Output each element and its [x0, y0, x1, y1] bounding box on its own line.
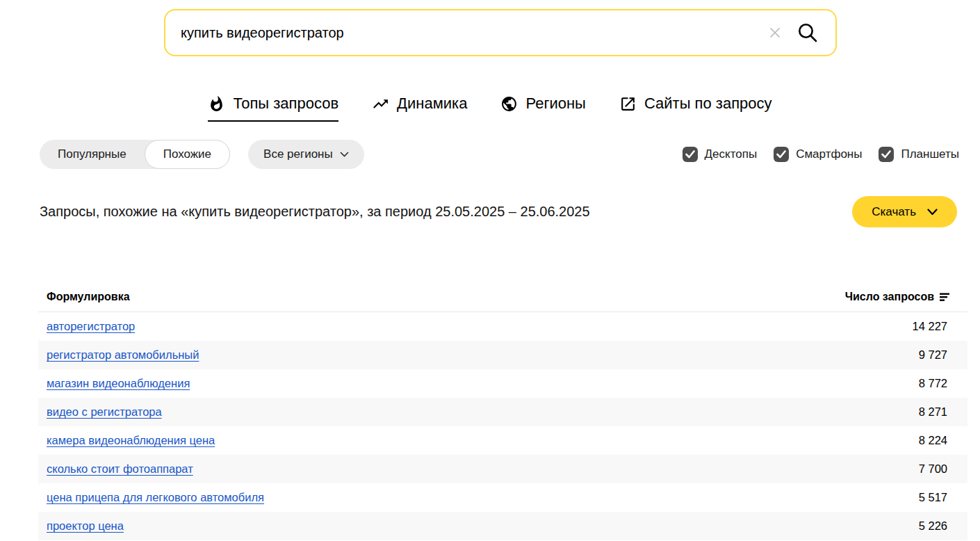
checkbox-label: Смартфоны: [796, 147, 862, 161]
query-count: 9 727: [919, 348, 947, 362]
mode-switch: Популярные Похожие: [40, 140, 230, 169]
column-header-count-sort[interactable]: Число запросов: [845, 291, 950, 303]
mode-option-similar[interactable]: Похожие: [145, 140, 230, 169]
checkbox-label: Планшеты: [901, 147, 959, 161]
device-filters: Десктопы Смартфоны Планшеты: [683, 147, 959, 162]
query-link[interactable]: проектор цена: [47, 519, 124, 533]
table-header: Формулировка Число запросов: [38, 285, 967, 312]
table-row: авторегистратор 14 227: [38, 312, 967, 341]
filter-row: Популярные Похожие Все регионы Десктопы: [40, 140, 959, 169]
checkbox-box[interactable]: [683, 147, 698, 162]
checkbox-label: Десктопы: [705, 147, 758, 161]
query-count: 7 700: [919, 462, 947, 476]
check-icon: [776, 150, 786, 159]
table-row: сколько стоит фотоаппарат 7 700: [38, 455, 967, 483]
query-link[interactable]: цена прицепа для легкового автомобиля: [47, 491, 264, 504]
chevron-down-icon: [340, 152, 349, 157]
query-count: 8 772: [919, 377, 947, 390]
tab-label: Динамика: [397, 95, 467, 113]
tab-top-queries[interactable]: Топы запросов: [208, 95, 338, 122]
query-link[interactable]: регистратор автомобильный: [47, 348, 199, 362]
checkbox-box[interactable]: [774, 147, 789, 162]
checkbox-desktops[interactable]: Десктопы: [683, 147, 758, 162]
table-row: цена прицепа для легкового автомобиля 5 …: [38, 483, 967, 512]
table-row: видео с регистратора 8 271: [38, 398, 967, 426]
tab-regions[interactable]: Регионы: [500, 95, 585, 122]
tab-label: Регионы: [525, 95, 585, 113]
search-bar: [164, 9, 837, 56]
download-button[interactable]: Скачать: [852, 196, 957, 227]
query-count: 5 226: [919, 519, 947, 533]
query-link[interactable]: камера видеонаблюдения цена: [47, 434, 215, 447]
tab-label: Топы запросов: [233, 95, 338, 113]
query-count: 8 271: [919, 405, 947, 419]
checkbox-tablets[interactable]: Планшеты: [879, 147, 959, 162]
search-button[interactable]: [797, 22, 819, 44]
query-link[interactable]: сколько стоит фотоаппарат: [47, 462, 193, 476]
magnifier-icon: [797, 22, 819, 44]
query-link[interactable]: видео с регистратора: [47, 405, 162, 419]
column-header-query: Формулировка: [47, 291, 130, 303]
tab-sites-by-query[interactable]: Сайты по запросу: [619, 95, 772, 122]
external-link-icon: [619, 95, 637, 113]
clear-search-button[interactable]: [767, 25, 783, 40]
chevron-down-icon: [927, 209, 938, 216]
tab-dynamics[interactable]: Динамика: [372, 95, 467, 122]
query-link[interactable]: магазин видеонаблюдения: [47, 377, 190, 390]
flame-icon: [208, 95, 225, 113]
results-summary-title: Запросы, похожие на «купить видеорегистр…: [40, 204, 590, 220]
tabs-nav: Топы запросов Динамика Регионы Сайты по …: [0, 95, 980, 122]
tab-label: Сайты по запросу: [644, 95, 772, 113]
queries-table: Формулировка Число запросов авторегистра…: [38, 285, 967, 540]
table-rows: авторегистратор 14 227 регистратор автом…: [38, 312, 967, 540]
checkbox-box[interactable]: [879, 147, 894, 162]
region-dropdown-label: Все регионы: [263, 147, 333, 161]
mode-option-popular[interactable]: Популярные: [40, 140, 145, 169]
query-count: 14 227: [913, 320, 947, 333]
table-row: проектор цена 5 226: [38, 512, 967, 540]
table-row: регистратор автомобильный 9 727: [38, 341, 967, 369]
query-count: 5 517: [919, 491, 947, 504]
trending-up-icon: [372, 95, 389, 113]
table-row: камера видеонаблюдения цена 8 224: [38, 426, 967, 455]
globe-icon: [500, 95, 518, 113]
search-input[interactable]: [165, 25, 767, 41]
checkbox-smartphones[interactable]: Смартфоны: [774, 147, 862, 162]
column-header-count-label: Число запросов: [845, 291, 934, 303]
region-dropdown[interactable]: Все регионы: [248, 140, 364, 169]
check-icon: [685, 150, 695, 159]
sort-descending-icon: [939, 292, 950, 302]
query-link[interactable]: авторегистратор: [47, 320, 135, 333]
download-button-label: Скачать: [872, 205, 916, 219]
table-row: магазин видеонаблюдения 8 772: [38, 369, 967, 398]
check-icon: [881, 150, 891, 159]
close-icon: [767, 25, 783, 40]
query-count: 8 224: [919, 434, 947, 447]
